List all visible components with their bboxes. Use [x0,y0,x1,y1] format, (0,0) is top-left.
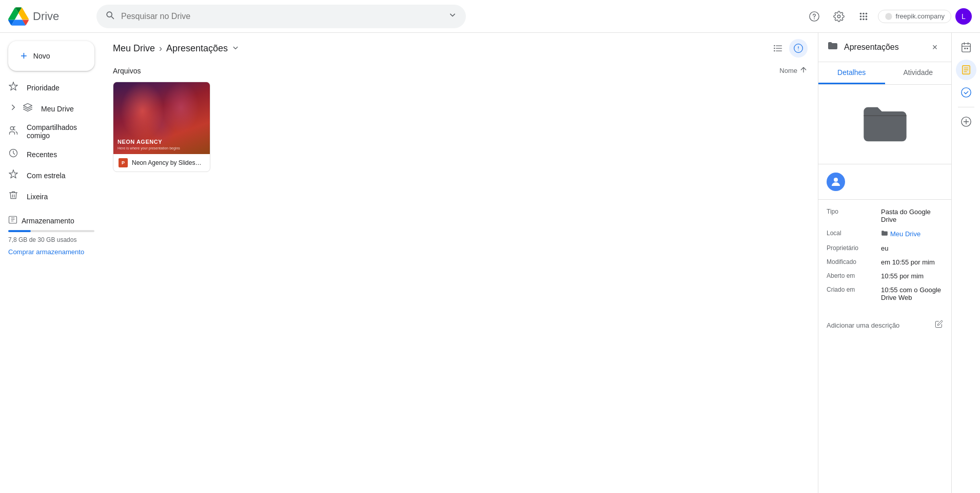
detail-local: Local Meu Drive [827,230,943,238]
logo[interactable]: Drive [8,6,90,27]
sidebar-item-recent[interactable]: Recentes [0,144,94,165]
my-drive-expand-icon [8,103,18,115]
panel-close-button[interactable]: × [927,39,943,55]
detail-local-value: Meu Drive [881,230,920,238]
storage-bar-fill [8,230,31,232]
main-content: Meu Drive › Apresentações [103,33,818,493]
sidebar: + Novo Prioridade Meu Drive Compartilhad… [0,33,103,493]
svg-rect-14 [9,216,17,223]
detail-proprietario-value: eu [881,244,888,252]
svg-point-6 [863,15,865,17]
svg-point-17 [774,50,775,52]
buy-storage-link[interactable]: Comprar armazenamento [8,248,94,257]
mini-calendar-button[interactable] [956,37,976,58]
detail-proprietario: Proprietário eu [827,244,943,252]
files-area: Arquivos Nome [103,64,818,493]
panel-tab-details[interactable]: Detalhes [818,62,885,84]
svg-point-3 [863,12,865,14]
new-plus-icon: + [21,49,27,63]
panel-tab-activity[interactable]: Atividade [885,62,952,84]
view-controls [769,39,808,58]
sort-control[interactable]: Nome [779,66,808,75]
search-dropdown-icon[interactable] [447,10,458,23]
breadcrumb-dropdown-icon[interactable] [231,43,240,54]
detail-modificado-value: em 10:55 por mim [881,258,935,266]
svg-rect-21 [964,48,966,49]
mini-sidebar [951,33,980,493]
detail-tipo-value: Pasta do Google Drive [881,208,943,223]
panel-folder-preview [818,85,951,164]
detail-criado-label: Criado em [827,286,873,301]
section-title: Arquivos [113,67,141,75]
panel-tabs: Detalhes Atividade [818,62,951,85]
breadcrumb-current-label: Apresentações [166,43,228,54]
description-row: Adicionar uma descrição [818,316,951,334]
storage-icon [8,215,17,226]
detail-local-link[interactable]: Meu Drive [890,230,920,238]
storage-bar-background [8,230,94,232]
list-view-button[interactable] [769,39,787,58]
freepik-badge[interactable]: freepik.company [878,10,951,23]
svg-point-2 [859,12,861,14]
panel-folder-icon [827,40,839,55]
detail-tipo-label: Tipo [827,208,873,223]
search-bar[interactable] [96,5,466,28]
breadcrumb-parent[interactable]: Meu Drive [113,43,155,54]
user-avatar[interactable]: L [955,8,972,25]
thumbnail-gradient: NEON AGENCY Here is where your presentat… [113,82,210,154]
file-card[interactable]: NEON AGENCY Here is where your presentat… [113,82,210,172]
owner-avatar [827,173,845,191]
mini-tasks-button[interactable] [956,82,976,103]
svg-point-11 [885,13,892,20]
sidebar-item-my-drive[interactable]: Meu Drive [0,98,94,119]
app-name: Drive [33,10,59,23]
owner-avatar-icon [830,176,842,188]
apps-button[interactable] [853,6,874,27]
detail-modificado-label: Modificado [827,258,873,266]
breadcrumb-bar: Meu Drive › Apresentações [103,33,818,64]
file-thumbnail: NEON AGENCY Here is where your presentat… [113,82,210,154]
detail-modificado: Modificado em 10:55 por mim [827,258,943,266]
sort-arrow-icon [799,66,808,75]
breadcrumb-current[interactable]: Apresentações [166,43,240,54]
mini-divider [958,107,974,107]
help-button[interactable] [804,6,825,27]
topbar: Drive [0,0,980,33]
svg-point-8 [859,18,861,20]
file-meta: P Neon Agency by Slidesgo.... [113,154,210,172]
priority-icon [8,81,18,94]
svg-rect-20 [962,44,970,52]
mini-add-button[interactable] [956,111,976,132]
detail-aberto-label: Aberto em [827,272,873,280]
sort-label: Nome [779,67,797,74]
svg-point-9 [863,18,865,20]
sidebar-item-trash[interactable]: Lixeira [0,186,94,207]
settings-button[interactable] [829,6,849,27]
my-drive-icon [23,102,33,115]
mini-note-button[interactable] [956,60,976,80]
search-input[interactable] [121,12,441,21]
sidebar-item-shared[interactable]: Compartilhados comigo [0,119,94,144]
sidebar-label-priority: Prioridade [27,84,60,92]
search-icon [105,10,115,23]
sidebar-item-starred[interactable]: Com estrela [0,165,94,186]
detail-aberto-value: 10:55 por mim [881,272,924,280]
sidebar-item-priority[interactable]: Prioridade [0,77,94,98]
new-button[interactable]: + Novo [8,41,94,71]
svg-point-15 [774,45,775,47]
ppt-icon: P [119,158,128,167]
right-panel: Apresentações × Detalhes Atividade [818,33,951,493]
description-text: Adicionar uma descrição [827,321,899,329]
svg-point-10 [865,18,867,20]
info-button[interactable] [789,39,808,58]
main-layout: + Novo Prioridade Meu Drive Compartilhad… [0,33,980,493]
sidebar-label-trash: Lixeira [27,193,48,201]
sidebar-label-recent: Recentes [27,150,57,159]
edit-description-button[interactable] [935,320,943,330]
file-name: Neon Agency by Slidesgo.... [132,159,205,166]
topbar-right: freepik.company L [804,6,972,27]
drive-logo-icon [8,6,29,27]
new-button-label: Novo [33,52,50,60]
svg-point-7 [865,15,867,17]
trash-icon [8,190,18,203]
